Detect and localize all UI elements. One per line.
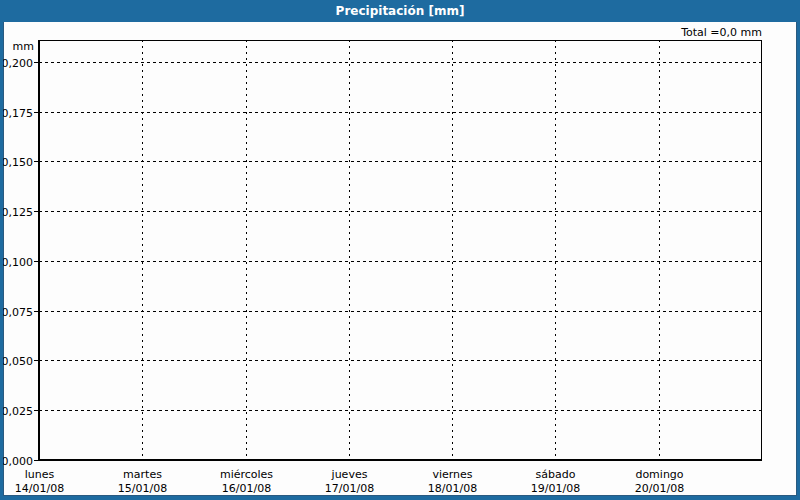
x-day-label: viernes bbox=[432, 468, 472, 481]
y-tick-label: 0,200 bbox=[3, 57, 33, 70]
precipitation-chart-window: Precipitación [mm] 0,0000,0250,0500,0750… bbox=[0, 0, 800, 500]
y-tick-label: 0,000 bbox=[3, 455, 33, 468]
y-tick-label: 0,100 bbox=[3, 256, 33, 269]
title-bar[interactable]: Precipitación [mm] bbox=[0, 0, 800, 22]
chart-content: 0,0000,0250,0500,0750,1000,1250,1500,175… bbox=[3, 22, 797, 496]
x-day-label: miércoles bbox=[220, 468, 273, 481]
x-day-label: sábado bbox=[536, 468, 576, 481]
y-tick-label: 0,175 bbox=[3, 107, 33, 120]
x-date-label: 16/01/08 bbox=[222, 482, 271, 495]
x-day-label: martes bbox=[123, 468, 162, 481]
plot-border bbox=[40, 41, 762, 460]
y-tick-label: 0,050 bbox=[3, 355, 33, 368]
x-date-label: 15/01/08 bbox=[118, 482, 167, 495]
x-date-label: 19/01/08 bbox=[531, 482, 580, 495]
x-day-label: lunes bbox=[25, 468, 55, 481]
chart-title: Precipitación [mm] bbox=[336, 4, 465, 18]
y-tick-label: 0,025 bbox=[3, 405, 33, 418]
x-day-label: domingo bbox=[635, 468, 683, 481]
x-date-label: 17/01/08 bbox=[325, 482, 374, 495]
y-tick-label: 0,125 bbox=[3, 206, 33, 219]
x-date-label: 14/01/08 bbox=[15, 482, 64, 495]
y-tick-label: 0,075 bbox=[3, 306, 33, 319]
precipitation-chart: 0,0000,0250,0500,0750,1000,1250,1500,175… bbox=[3, 22, 797, 496]
x-date-label: 18/01/08 bbox=[428, 482, 477, 495]
y-tick-label: 0,150 bbox=[3, 156, 33, 169]
y-axis-unit-label: mm bbox=[13, 40, 34, 53]
x-day-label: jueves bbox=[331, 468, 368, 481]
total-annotation: Total =0,0 mm bbox=[680, 26, 762, 39]
x-date-label: 20/01/08 bbox=[635, 482, 684, 495]
